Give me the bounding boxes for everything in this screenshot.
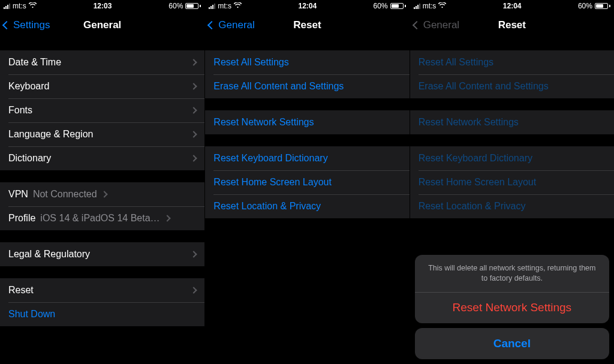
chevron-right-icon <box>191 83 197 89</box>
row-reset-all-settings: Reset All Settings <box>410 50 614 74</box>
row-date-time[interactable]: Date & Time <box>0 50 204 74</box>
screen-general: mt:s 12:03 60% Settings General Date & T… <box>0 0 204 364</box>
row-reset-home-layout: Reset Home Screen Layout <box>410 170 614 194</box>
reset-network-confirm-button[interactable]: Reset Network Settings <box>415 292 609 323</box>
row-reset-home-layout[interactable]: Reset Home Screen Layout <box>205 170 409 194</box>
page-title: General <box>83 19 121 31</box>
content: Date & Time Keyboard Fonts Language & Re… <box>0 38 204 364</box>
group-general-3: Legal & Regulatory <box>0 242 204 266</box>
battery-pct-label: 60% <box>578 2 592 10</box>
group-reset-1: Reset All Settings Erase All Content and… <box>410 50 614 98</box>
chevron-right-icon <box>191 131 197 137</box>
row-reset-all-settings[interactable]: Reset All Settings <box>205 50 409 74</box>
battery-icon <box>390 3 406 9</box>
back-button[interactable]: General <box>209 12 254 38</box>
chevron-left-icon <box>207 21 216 29</box>
clock-label: 12:04 <box>503 2 522 10</box>
row-erase-all-content[interactable]: Erase All Content and Settings <box>205 74 409 98</box>
signal-bars-icon <box>209 3 215 9</box>
screen-reset: mt:s 12:04 60% General Reset Reset All S… <box>204 0 409 364</box>
row-reset-location-privacy: Reset Location & Privacy <box>410 194 614 218</box>
row-dictionary[interactable]: Dictionary <box>0 146 204 170</box>
group-general-2: VPN Not Connected Profile iOS 14 & iPadO… <box>0 182 204 230</box>
profile-value: iOS 14 & iPadOS 14 Beta Softwar... <box>40 213 160 224</box>
row-legal-regulatory[interactable]: Legal & Regulatory <box>0 242 204 266</box>
nav-bar: General Reset <box>410 12 614 38</box>
content: Reset All Settings Erase All Content and… <box>205 38 409 364</box>
page-title: Reset <box>498 19 526 31</box>
chevron-right-icon <box>101 191 107 197</box>
status-bar: mt:s 12:04 60% <box>205 0 409 12</box>
back-label: General <box>423 19 459 31</box>
row-shutdown[interactable]: Shut Down <box>0 302 204 326</box>
clock-label: 12:04 <box>298 2 317 10</box>
cancel-button[interactable]: Cancel <box>415 328 609 359</box>
group-reset-3: Reset Keyboard Dictionary Reset Home Scr… <box>205 146 409 218</box>
chevron-right-icon <box>191 251 197 257</box>
carrier-label: mt:s <box>218 2 231 10</box>
battery-icon <box>595 3 610 9</box>
row-reset[interactable]: Reset <box>0 278 204 302</box>
carrier-label: mt:s <box>423 2 437 10</box>
row-keyboard[interactable]: Keyboard <box>0 74 204 98</box>
chevron-right-icon <box>191 107 197 113</box>
row-reset-keyboard-dictionary[interactable]: Reset Keyboard Dictionary <box>205 146 409 170</box>
row-language-region[interactable]: Language & Region <box>0 122 204 146</box>
battery-icon <box>185 3 201 9</box>
status-bar: mt:s 12:03 60% <box>0 0 204 12</box>
group-reset-2: Reset Network Settings <box>410 110 614 134</box>
back-button[interactable]: Settings <box>4 12 50 38</box>
screen-reset-confirm: mt:s 12:04 60% General Reset Reset All S… <box>410 0 614 364</box>
chevron-right-icon <box>191 287 197 293</box>
group-reset-1: Reset All Settings Erase All Content and… <box>205 50 409 98</box>
row-profile[interactable]: Profile iOS 14 & iPadOS 14 Beta Softwar.… <box>0 206 204 230</box>
row-vpn[interactable]: VPN Not Connected <box>0 182 204 206</box>
row-erase-all-content: Erase All Content and Settings <box>410 74 614 98</box>
chevron-right-icon <box>191 155 197 161</box>
battery-pct-label: 60% <box>374 2 388 10</box>
back-label: Settings <box>13 19 50 31</box>
signal-bars-icon <box>4 3 10 9</box>
action-sheet: This will delete all network settings, r… <box>415 255 609 359</box>
chevron-left-icon <box>413 21 421 29</box>
battery-pct-label: 60% <box>168 2 183 10</box>
action-sheet-card: This will delete all network settings, r… <box>415 255 609 323</box>
group-reset-2: Reset Network Settings <box>205 110 409 134</box>
chevron-right-icon <box>191 59 197 65</box>
row-reset-keyboard-dictionary: Reset Keyboard Dictionary <box>410 146 614 170</box>
carrier-label: mt:s <box>13 2 26 10</box>
row-reset-network: Reset Network Settings <box>410 110 614 134</box>
group-general-1: Date & Time Keyboard Fonts Language & Re… <box>0 50 204 170</box>
wifi-icon <box>438 2 446 10</box>
row-fonts[interactable]: Fonts <box>0 98 204 122</box>
chevron-right-icon <box>164 215 171 221</box>
wifi-icon <box>29 2 37 10</box>
signal-bars-icon <box>414 3 420 9</box>
chevron-left-icon <box>2 21 11 29</box>
wifi-icon <box>234 2 242 10</box>
page-title: Reset <box>293 19 321 31</box>
vpn-value: Not Connected <box>33 189 97 200</box>
clock-label: 12:03 <box>94 2 112 10</box>
row-reset-network[interactable]: Reset Network Settings <box>205 110 409 134</box>
nav-bar: General Reset <box>205 12 409 38</box>
group-general-4: Reset Shut Down <box>0 278 204 326</box>
action-sheet-message: This will delete all network settings, r… <box>415 255 609 292</box>
back-label: General <box>218 19 254 31</box>
row-reset-location-privacy[interactable]: Reset Location & Privacy <box>205 194 409 218</box>
back-button: General <box>414 12 459 38</box>
status-bar: mt:s 12:04 60% <box>410 0 614 12</box>
group-reset-3: Reset Keyboard Dictionary Reset Home Scr… <box>410 146 614 218</box>
nav-bar: Settings General <box>0 12 204 38</box>
